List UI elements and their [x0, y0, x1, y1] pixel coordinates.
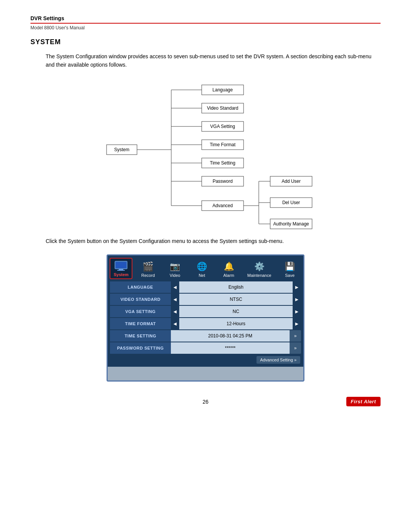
svg-text:Authority Manage: Authority Manage: [273, 221, 309, 227]
time-format-value: 12-Hours: [179, 318, 293, 329]
toolbar-record[interactable]: 🎬 Record: [137, 259, 159, 279]
net-label: Net: [199, 273, 205, 278]
toolbar-video[interactable]: 📷 Video: [164, 259, 186, 279]
vga-arrow-right[interactable]: ►: [293, 306, 301, 317]
language-label: LANGUAGE: [110, 281, 171, 293]
body-text-2: Click the System button on the System Co…: [46, 237, 381, 245]
svg-text:Language: Language: [212, 87, 233, 93]
svg-rect-39: [116, 262, 126, 268]
brand-logo: First Alert: [346, 397, 381, 406]
password-setting-row: PASSWORD SETTING ****** »: [110, 342, 301, 354]
system-icon: [114, 260, 128, 272]
manual-label: Model 8800 User's Manual: [30, 25, 381, 30]
time-format-arrow-right[interactable]: ►: [293, 318, 301, 329]
dvr-menu: LANGUAGE ◄ English ► VIDEO STANDARD ◄ NT…: [108, 279, 303, 367]
record-label: Record: [141, 273, 155, 278]
time-format-row: TIME FORMAT ◄ 12-Hours ►: [110, 318, 301, 329]
time-setting-label: TIME SETTING: [110, 330, 171, 342]
toolbar-save[interactable]: 💾 Save: [279, 259, 301, 279]
time-setting-value: 2010-08-31 04:25 PM: [171, 330, 290, 342]
svg-rect-38: [117, 270, 125, 271]
system-diagram: System Language Video Standard VGA Setti…: [30, 81, 381, 225]
page-number: 26: [202, 399, 209, 405]
svg-text:Time Format: Time Format: [210, 142, 236, 147]
maintenance-icon: ⚙️: [252, 261, 266, 272]
password-setting-value: ******: [171, 342, 290, 354]
save-label: Save: [285, 273, 295, 278]
first-alert-brand: First Alert: [346, 397, 381, 406]
svg-text:Del User: Del User: [282, 200, 300, 205]
advanced-setting-button[interactable]: Advanced Setting »: [256, 356, 300, 364]
dvr-toolbar: System 🎬 Record 📷 Video 🌐 Net 🔔 Alarm ⚙️: [108, 256, 303, 279]
svg-text:System: System: [114, 147, 129, 152]
toolbar-maintenance[interactable]: ⚙️ Maintenance: [244, 259, 274, 279]
toolbar-alarm[interactable]: 🔔 Alarm: [217, 259, 240, 279]
language-arrow-right[interactable]: ►: [293, 281, 301, 293]
language-row: LANGUAGE ◄ English ►: [110, 281, 301, 293]
language-value: English: [179, 281, 293, 293]
password-dbl-arrow[interactable]: »: [290, 342, 301, 354]
save-icon: 💾: [283, 261, 297, 272]
section-title: System: [30, 38, 381, 46]
time-format-label: TIME FORMAT: [110, 318, 171, 329]
video-standard-label: VIDEO STANDARD: [110, 294, 171, 305]
dvr-screenshot: System 🎬 Record 📷 Video 🌐 Net 🔔 Alarm ⚙️: [30, 254, 381, 382]
page-header: DVR Settings: [30, 15, 381, 24]
vga-arrow-left[interactable]: ◄: [171, 306, 179, 317]
vga-value: NC: [179, 306, 293, 317]
vga-setting-row: VGA SETTING ◄ NC ►: [110, 306, 301, 317]
svg-rect-37: [119, 269, 123, 270]
video-standard-row: VIDEO STANDARD ◄ NTSC ►: [110, 294, 301, 305]
system-label: System: [114, 272, 129, 277]
record-icon: 🎬: [141, 261, 155, 272]
header-section-title: DVR Settings: [30, 15, 381, 21]
toolbar-system[interactable]: System: [110, 258, 132, 279]
body-text-1: The System Configuration window provides…: [46, 52, 381, 69]
net-icon: 🌐: [194, 261, 209, 272]
language-arrow-left[interactable]: ◄: [171, 281, 179, 293]
svg-text:VGA Setting: VGA Setting: [210, 124, 235, 129]
time-format-arrow-left[interactable]: ◄: [171, 318, 179, 329]
svg-text:Add User: Add User: [282, 179, 301, 184]
video-label: Video: [170, 273, 180, 278]
time-setting-row: TIME SETTING 2010-08-31 04:25 PM »: [110, 330, 301, 342]
svg-text:Advanced: Advanced: [212, 203, 233, 208]
dvr-footer-bar: [108, 367, 303, 380]
page-footer: 26 First Alert: [30, 397, 381, 406]
svg-text:Video Standard: Video Standard: [207, 105, 239, 111]
video-standard-arrow-right[interactable]: ►: [293, 294, 301, 305]
video-icon: 📷: [168, 261, 182, 272]
alarm-label: Alarm: [223, 273, 234, 278]
alarm-icon: 🔔: [221, 261, 236, 272]
vga-setting-label: VGA SETTING: [110, 306, 171, 317]
video-standard-value: NTSC: [179, 294, 293, 305]
advanced-btn-row: Advanced Setting »: [108, 355, 303, 365]
password-setting-label: PASSWORD SETTING: [110, 342, 171, 354]
time-setting-dbl-arrow[interactable]: »: [290, 330, 301, 342]
video-standard-arrow-left[interactable]: ◄: [171, 294, 179, 305]
svg-text:Time Setting: Time Setting: [210, 160, 236, 166]
maintenance-label: Maintenance: [247, 273, 271, 278]
dvr-ui-container: System 🎬 Record 📷 Video 🌐 Net 🔔 Alarm ⚙️: [107, 254, 304, 382]
toolbar-net[interactable]: 🌐 Net: [190, 259, 213, 279]
svg-text:Password: Password: [213, 179, 233, 184]
